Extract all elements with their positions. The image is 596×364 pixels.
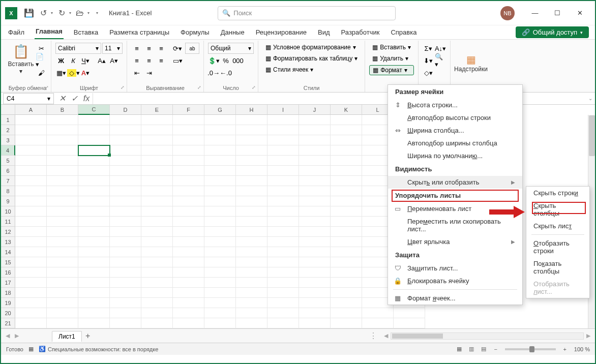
menu-autofit-col[interactable]: Автоподбор ширины столбца <box>388 137 522 149</box>
menu-lock-cell[interactable]: 🔒Блокировать ячейку <box>388 275 522 287</box>
cell-J20[interactable] <box>299 308 331 318</box>
cell-A8[interactable] <box>15 186 47 196</box>
menu-tab-color[interactable]: Цвет ярлычка▶ <box>388 235 522 248</box>
col-header-A[interactable]: A <box>15 105 47 115</box>
cell-J7[interactable] <box>299 176 331 186</box>
cell-J19[interactable] <box>299 298 331 308</box>
font-color-button[interactable]: A▾ <box>80 67 91 78</box>
cell-J2[interactable] <box>299 125 331 135</box>
cell-A2[interactable] <box>15 125 47 135</box>
row-header-15[interactable]: 15 <box>1 257 15 267</box>
cell-A5[interactable] <box>15 156 47 166</box>
cell-I21[interactable] <box>267 318 299 328</box>
cell-J4[interactable] <box>299 145 331 156</box>
cell-F5[interactable] <box>173 156 204 166</box>
cell-J13[interactable] <box>299 237 331 247</box>
zoom-level[interactable]: 100 % <box>574 346 590 352</box>
clear-button[interactable]: ◇▾ <box>423 67 434 78</box>
cell-E21[interactable] <box>141 318 173 328</box>
cell-D8[interactable] <box>110 186 141 196</box>
search-box[interactable]: 🔍 Поиск <box>218 6 396 20</box>
cell-H6[interactable] <box>236 166 267 176</box>
cell-H9[interactable] <box>236 196 267 206</box>
cell-C16[interactable] <box>78 267 110 278</box>
cell-J21[interactable] <box>299 318 331 328</box>
cell-G19[interactable] <box>204 298 236 308</box>
cell-D10[interactable] <box>110 206 141 217</box>
user-avatar[interactable]: NB <box>500 6 515 20</box>
cell-J5[interactable] <box>299 156 331 166</box>
cell-B10[interactable] <box>47 206 78 217</box>
cell-G17[interactable] <box>204 278 236 288</box>
cell-F4[interactable] <box>173 145 204 156</box>
insert-cells-button[interactable]: ▦Вставить▾ <box>369 43 414 52</box>
menu-default-width[interactable]: Ширина по умолчанию... <box>388 149 522 162</box>
cell-F8[interactable] <box>173 186 204 196</box>
cell-E12[interactable] <box>141 227 173 237</box>
cell-C21[interactable] <box>78 318 110 328</box>
dialog-launcher-icon[interactable]: ⤢ <box>252 85 256 90</box>
cell-I18[interactable] <box>267 288 299 298</box>
cell-Q20[interactable] <box>394 308 425 318</box>
dialog-launcher-icon[interactable]: ⤢ <box>121 85 125 90</box>
cell-J1[interactable] <box>299 115 331 125</box>
cell-F16[interactable] <box>173 267 204 278</box>
cell-B15[interactable] <box>47 257 78 267</box>
currency-button[interactable]: 💲▾ <box>208 55 219 66</box>
cell-B16[interactable] <box>47 267 78 278</box>
close-button[interactable]: ✕ <box>569 5 591 21</box>
cell-C3[interactable] <box>78 135 110 145</box>
cell-H1[interactable] <box>236 115 267 125</box>
cell-K15[interactable] <box>331 257 362 267</box>
cell-F10[interactable] <box>173 206 204 217</box>
cell-D2[interactable] <box>110 125 141 135</box>
cell-I17[interactable] <box>267 278 299 288</box>
cell-A1[interactable] <box>15 115 47 125</box>
submenu-hide-columns[interactable]: Скрыть столбцы <box>526 199 589 220</box>
tab-options[interactable]: ⋮ <box>369 331 377 341</box>
format-painter-button[interactable]: 🖌 <box>36 67 47 78</box>
font-size-combo[interactable]: 11▾ <box>102 43 123 54</box>
cell-D14[interactable] <box>110 247 141 257</box>
cell-K17[interactable] <box>331 278 362 288</box>
cell-F3[interactable] <box>173 135 204 145</box>
minimize-button[interactable]: ― <box>524 5 546 21</box>
cell-D18[interactable] <box>110 288 141 298</box>
cell-D9[interactable] <box>110 196 141 206</box>
cell-G11[interactable] <box>204 217 236 227</box>
cell-I1[interactable] <box>267 115 299 125</box>
align-right-button[interactable]: ≡ <box>156 55 167 66</box>
cell-A17[interactable] <box>15 278 47 288</box>
cell-F1[interactable] <box>173 115 204 125</box>
find-select-button[interactable]: 🔍▾ <box>435 55 446 66</box>
cell-K5[interactable] <box>331 156 362 166</box>
cell-J6[interactable] <box>299 166 331 176</box>
cell-K2[interactable] <box>331 125 362 135</box>
pagelayout-view-button[interactable]: ▥ <box>465 346 478 352</box>
number-format-combo[interactable]: Общий▾ <box>208 43 254 54</box>
menu-col-width[interactable]: ⇔Ширина столбца... <box>388 124 522 137</box>
row-header-19[interactable]: 19 <box>1 298 15 308</box>
cell-I2[interactable] <box>267 125 299 135</box>
cell-B9[interactable] <box>47 196 78 206</box>
zoom-slider[interactable] <box>505 348 556 350</box>
cell-B13[interactable] <box>47 237 78 247</box>
cell-I15[interactable] <box>267 257 299 267</box>
cell-E9[interactable] <box>141 196 173 206</box>
submenu-hide-sheet[interactable]: Скрыть лист <box>526 220 589 232</box>
expand-fx-button[interactable]: ⌄ <box>586 96 595 101</box>
cell-J18[interactable] <box>299 288 331 298</box>
cell-I20[interactable] <box>267 308 299 318</box>
cell-Q21[interactable] <box>394 318 425 328</box>
cell-C18[interactable] <box>78 288 110 298</box>
paste-button[interactable]: 📋 Вставить ▾ <box>8 43 34 78</box>
row-header-2[interactable]: 2 <box>1 125 15 135</box>
cell-I8[interactable] <box>267 186 299 196</box>
cell-E3[interactable] <box>141 135 173 145</box>
cell-E15[interactable] <box>141 257 173 267</box>
align-left-button[interactable]: ≡ <box>131 55 142 66</box>
cell-J9[interactable] <box>299 196 331 206</box>
cell-K16[interactable] <box>331 267 362 278</box>
col-header-B[interactable]: B <box>47 105 78 115</box>
maximize-button[interactable]: ☐ <box>546 5 569 21</box>
